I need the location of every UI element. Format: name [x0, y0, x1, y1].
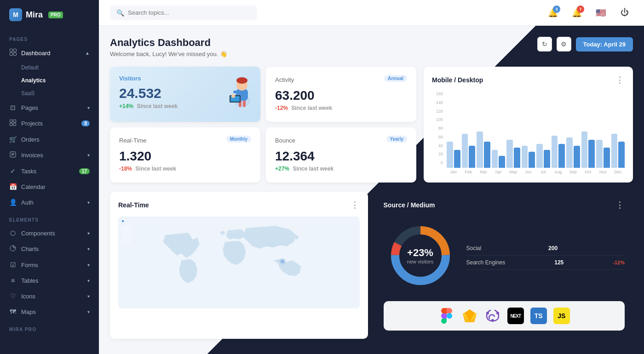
- chevron-icon-forms: ▾: [87, 263, 90, 268]
- realtime-value: 1.320: [119, 149, 251, 164]
- activity-value: 63.200: [275, 88, 407, 103]
- page-header-actions: ↻ ⚙ Today: April 29: [537, 37, 633, 51]
- language-selector[interactable]: 🇺🇸: [592, 5, 609, 21]
- top-header: 🔍 🔔 3 🔔 7 🇺🇸 ⏻: [99, 0, 644, 26]
- sidebar-item-components[interactable]: ⬡ Components ▾: [0, 225, 99, 241]
- bar-dark-aug: [558, 144, 565, 168]
- bar-light-jul: [536, 144, 543, 168]
- bar-group-nov: [596, 140, 610, 168]
- alerts-badge: 7: [577, 6, 584, 13]
- bar-dark-mar: [484, 142, 490, 168]
- bar-label-feb: Feb: [462, 170, 476, 174]
- realtime-map-card: Real-Time ⋮: [110, 192, 368, 339]
- source-val-search: 125: [554, 259, 564, 266]
- dashboard-icon: [9, 49, 17, 57]
- realtime-map-title: Real-Time ⋮: [118, 200, 360, 210]
- svg-rect-7: [13, 123, 16, 126]
- zoom-out-button[interactable]: −: [122, 235, 131, 244]
- sidebar-item-charts[interactable]: Charts ▾: [0, 241, 99, 257]
- bar-label-sep: Sep: [566, 170, 580, 174]
- sidebar-item-label-invoices: Invoices: [21, 152, 43, 159]
- main-content: 🔍 🔔 3 🔔 7 🇺🇸 ⏻ Analytics Dashboard Welco…: [99, 0, 644, 354]
- tasks-badge: 17: [79, 168, 90, 174]
- sketch-logo: [461, 308, 478, 324]
- forms-icon: ☑: [9, 261, 17, 268]
- svg-point-29: [491, 319, 494, 322]
- visitors-card: Visitors: [110, 67, 260, 122]
- today-button[interactable]: Today: April 29: [576, 37, 633, 51]
- sidebar-item-dashboard[interactable]: Dashboard ▲: [0, 45, 99, 61]
- bar-group-jun: [522, 146, 535, 168]
- logo[interactable]: M Mira PRO: [0, 0, 99, 29]
- sidebar-item-invoices[interactable]: Invoices ▾: [0, 147, 99, 163]
- chevron-icon-auth: ▾: [87, 200, 90, 205]
- tables-icon: ≡: [9, 277, 17, 284]
- bar-dark-jun: [529, 152, 535, 168]
- svg-rect-6: [10, 123, 13, 126]
- icons-icon: ♡: [9, 292, 17, 300]
- alerts-button[interactable]: 🔔 7: [569, 5, 585, 21]
- auth-icon: 👤: [9, 199, 17, 206]
- sidebar-item-maps[interactable]: 🗺 Maps ▾: [0, 304, 99, 320]
- bar-label-mar: Mar: [477, 170, 490, 174]
- sidebar-item-calendar[interactable]: 📅 Calendar: [0, 179, 99, 194]
- notifications-button[interactable]: 🔔 3: [545, 5, 561, 21]
- bar-light-nov: [596, 140, 603, 168]
- search-input[interactable]: [128, 9, 251, 16]
- svg-point-24: [279, 258, 286, 265]
- sub-item-label-default: Default: [21, 64, 39, 71]
- sidebar-item-orders[interactable]: 🛒 Orders: [0, 131, 99, 147]
- sidebar-item-pages[interactable]: ⊡ Pages ▾: [0, 100, 99, 115]
- power-button[interactable]: ⏻: [616, 5, 633, 21]
- page-header: Analytics Dashboard Welcome back, Lucy! …: [110, 37, 633, 57]
- map-controls: + −: [122, 220, 131, 244]
- sidebar-item-tables[interactable]: ≡ Tables ▾: [0, 273, 99, 288]
- bounce-change: +27% Since last week: [275, 166, 407, 172]
- chevron-icon-maps: ▾: [87, 309, 90, 314]
- bar-dark-oct: [588, 140, 595, 168]
- sidebar-item-label-forms: Forms: [21, 262, 38, 268]
- refresh-button[interactable]: ↻: [537, 37, 552, 51]
- bar-dark-nov: [604, 148, 610, 168]
- filter-button[interactable]: ⚙: [557, 37, 571, 51]
- activity-card: Activity Annual 63.200 -12% Since last w…: [266, 67, 416, 122]
- dashboard-sub: Default Analytics SaaS: [0, 61, 99, 100]
- svg-rect-4: [10, 120, 13, 123]
- bounce-label: Bounce: [275, 137, 295, 144]
- bar-label-jun: Jun: [522, 170, 535, 174]
- chevron-icon-pages: ▾: [87, 105, 90, 110]
- sub-item-label-saas: SaaS: [21, 90, 34, 97]
- bar-light-feb: [462, 134, 468, 168]
- sidebar-item-projects[interactable]: Projects 8: [0, 115, 99, 131]
- search-bar[interactable]: 🔍: [110, 6, 257, 20]
- sidebar-sub-item-analytics[interactable]: Analytics: [21, 74, 99, 87]
- flag-icon: 🇺🇸: [596, 8, 606, 18]
- activity-tag: Annual: [384, 75, 407, 82]
- bar-dark-jan: [454, 150, 460, 168]
- svg-rect-21: [233, 91, 238, 93]
- sidebar-item-label-tasks: Tasks: [21, 168, 36, 175]
- page-subtitle: Welcome back, Lucy! We've missed you. 👋: [110, 51, 227, 57]
- sidebar-item-forms[interactable]: ☑ Forms ▾: [0, 257, 99, 273]
- realtime-map-menu[interactable]: ⋮: [351, 200, 360, 210]
- bar-dark-feb: [469, 146, 475, 168]
- sidebar-item-auth[interactable]: 👤 Auth ▾: [0, 194, 99, 210]
- bar-light-apr: [492, 150, 498, 168]
- sidebar-item-label-icons: Icons: [21, 293, 35, 300]
- sidebar-sub-item-default[interactable]: Default: [21, 61, 99, 74]
- svg-rect-1: [13, 49, 16, 52]
- sidebar-item-icons[interactable]: ♡ Icons ▾: [0, 288, 99, 304]
- svg-point-30: [486, 312, 489, 314]
- components-icon: ⬡: [9, 229, 17, 237]
- source-medium-card: Source / Medium ⋮: [375, 192, 633, 339]
- chart-menu-button[interactable]: ⋮: [615, 75, 625, 85]
- source-medium-menu[interactable]: ⋮: [615, 200, 625, 210]
- sidebar-sub-item-saas[interactable]: SaaS: [21, 87, 99, 100]
- zoom-in-button[interactable]: +: [122, 225, 131, 234]
- sidebar-item-label-projects: Projects: [21, 120, 43, 127]
- sidebar-item-label-tables: Tables: [21, 277, 39, 284]
- javascript-logo: JS: [553, 308, 570, 324]
- sidebar-item-tasks[interactable]: ✓ Tasks 17: [0, 163, 99, 179]
- donut-percent: +23%: [407, 247, 433, 259]
- bar-group-aug: [552, 136, 565, 168]
